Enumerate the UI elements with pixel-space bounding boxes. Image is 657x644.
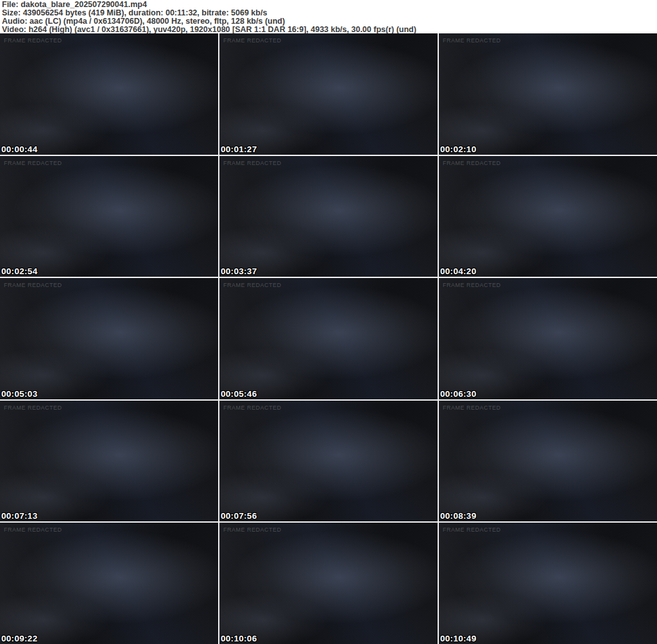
timestamp-label: 00:04:20 (440, 266, 476, 276)
timestamp-label: 00:09:22 (1, 634, 37, 643)
redacted-label: frame redacted (223, 160, 282, 166)
redacted-label: frame redacted (443, 405, 501, 411)
video-frame-placeholder: frame redacted (439, 156, 657, 277)
video-frame-placeholder: frame redacted (439, 523, 657, 644)
meta-video-line: Video: h264 (High) (avc1 / 0x31637661), … (2, 26, 655, 34)
thumbnail-cell[interactable]: frame redacted 00:07:56 (219, 401, 438, 522)
video-frame-placeholder: frame redacted (0, 523, 218, 644)
timestamp-label: 00:06:30 (440, 389, 476, 399)
meta-audio-line: Audio: aac (LC) (mp4a / 0x6134706D), 480… (2, 17, 655, 26)
meta-file-line: File: dakota_blare_202507290041.mp4 (2, 1, 655, 9)
timestamp-label: 00:08:39 (440, 511, 476, 521)
timestamp-label: 00:10:06 (221, 634, 257, 643)
video-frame-placeholder: frame redacted (219, 278, 438, 399)
thumbnail-cell[interactable]: frame redacted 00:05:03 (0, 278, 218, 399)
thumbnail-cell[interactable]: frame redacted 00:10:49 (439, 523, 657, 644)
thumbnail-cell[interactable]: frame redacted 00:04:20 (439, 156, 657, 277)
redacted-label: frame redacted (223, 37, 282, 44)
timestamp-label: 00:05:03 (1, 389, 37, 399)
redacted-label: frame redacted (4, 282, 62, 288)
video-frame-placeholder: frame redacted (219, 156, 438, 277)
video-frame-placeholder: frame redacted (0, 401, 218, 522)
timestamp-label: 00:05:46 (221, 389, 257, 399)
thumbnail-cell[interactable]: frame redacted 00:06:30 (439, 278, 657, 399)
timestamp-label: 00:02:54 (1, 266, 37, 276)
thumbnail-cell[interactable]: frame redacted 00:10:06 (219, 523, 438, 644)
video-frame-placeholder: frame redacted (439, 401, 657, 522)
redacted-label: frame redacted (4, 160, 62, 166)
thumbnail-cell[interactable]: frame redacted 00:08:39 (439, 401, 657, 522)
redacted-label: frame redacted (223, 527, 282, 533)
thumbnail-cell[interactable]: frame redacted 00:02:54 (0, 156, 218, 277)
redacted-label: frame redacted (443, 527, 501, 533)
timestamp-label: 00:01:27 (221, 144, 257, 154)
video-frame-placeholder: frame redacted (0, 156, 218, 277)
redacted-label: frame redacted (223, 282, 282, 288)
thumbnail-cell[interactable]: frame redacted 00:02:10 (439, 33, 657, 155)
redacted-label: frame redacted (443, 37, 501, 44)
video-frame-placeholder: frame redacted (0, 278, 218, 399)
redacted-label: frame redacted (4, 37, 62, 44)
redacted-label: frame redacted (443, 160, 501, 166)
meta-size-line: Size: 439056254 bytes (419 MiB), duratio… (2, 9, 655, 17)
thumbnail-cell[interactable]: frame redacted 00:01:27 (219, 33, 438, 155)
timestamp-label: 00:07:56 (221, 511, 257, 521)
timestamp-label: 00:10:49 (440, 634, 476, 643)
redacted-label: frame redacted (223, 405, 282, 411)
thumbnail-cell[interactable]: frame redacted 00:09:22 (0, 523, 218, 644)
timestamp-label: 00:03:37 (221, 266, 257, 276)
thumbnail-cell[interactable]: frame redacted 00:07:13 (0, 401, 218, 522)
redacted-label: frame redacted (4, 527, 62, 533)
timestamp-label: 00:00:44 (1, 144, 37, 154)
video-frame-placeholder: frame redacted (0, 33, 218, 155)
redacted-label: frame redacted (4, 405, 62, 411)
redacted-label: frame redacted (443, 282, 501, 288)
thumbnail-cell[interactable]: frame redacted 00:05:46 (219, 278, 438, 399)
video-frame-placeholder: frame redacted (219, 523, 438, 644)
file-metadata-header: File: dakota_blare_202507290041.mp4 Size… (0, 0, 657, 33)
thumbnail-cell[interactable]: frame redacted 00:00:44 (0, 33, 218, 155)
thumbnail-cell[interactable]: frame redacted 00:03:37 (219, 156, 438, 277)
video-frame-placeholder: frame redacted (439, 33, 657, 155)
timestamp-label: 00:02:10 (440, 144, 476, 154)
video-frame-placeholder: frame redacted (439, 278, 657, 399)
thumbnail-grid: frame redacted 00:00:44 frame redacted 0… (0, 33, 657, 644)
video-frame-placeholder: frame redacted (219, 401, 438, 522)
timestamp-label: 00:07:13 (1, 511, 37, 521)
video-frame-placeholder: frame redacted (219, 33, 438, 155)
